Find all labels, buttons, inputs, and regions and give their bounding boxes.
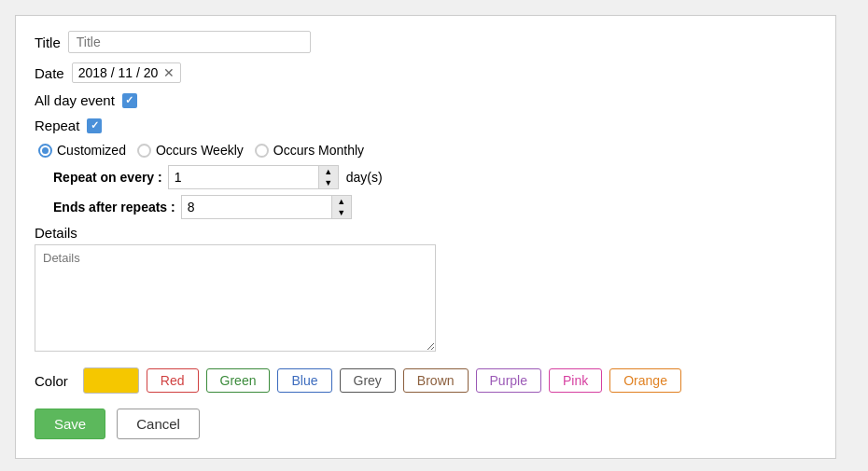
ends-after-spinner: ▲ ▼ (331, 196, 351, 218)
repeat-every-input-wrap: ▲ ▼ (168, 165, 339, 189)
radio-monthly[interactable]: Occurs Monthly (255, 143, 364, 158)
color-btn-green[interactable]: Green (206, 368, 271, 393)
repeat-every-label: Repeat on every : (53, 170, 162, 185)
color-btn-blue[interactable]: Blue (277, 368, 331, 393)
radio-monthly-btn[interactable] (255, 144, 269, 158)
date-box[interactable]: 2018 / 11 / 20 ✕ (72, 62, 182, 83)
radio-weekly[interactable]: Occurs Weekly (137, 143, 244, 158)
title-input[interactable] (68, 31, 311, 53)
date-value: 2018 / 11 / 20 (78, 65, 159, 80)
repeat-options: Customized Occurs Weekly Occurs Monthly (38, 143, 817, 158)
color-btn-purple[interactable]: Purple (476, 368, 541, 393)
repeat-row: Repeat (35, 118, 817, 133)
color-swatch[interactable] (83, 367, 139, 394)
date-label: Date (35, 65, 64, 81)
ends-after-input-wrap: ▲ ▼ (181, 195, 352, 219)
ends-after-down[interactable]: ▼ (332, 207, 351, 218)
repeat-checkbox[interactable] (87, 118, 102, 133)
all-day-row: All day event (35, 92, 817, 108)
details-label: Details (35, 225, 817, 241)
title-label: Title (35, 35, 61, 50)
color-btn-red[interactable]: Red (147, 368, 199, 393)
ends-after-label: Ends after repeats : (53, 200, 175, 215)
event-form: Title Date 2018 / 11 / 20 ✕ All day even… (15, 15, 836, 459)
color-btn-grey[interactable]: Grey (340, 368, 396, 393)
date-clear-button[interactable]: ✕ (163, 66, 175, 79)
day-label: day(s) (346, 170, 383, 185)
radio-customized-label: Customized (57, 143, 126, 158)
details-section: Details (35, 225, 817, 354)
color-btn-orange[interactable]: Orange (609, 368, 681, 393)
cancel-button[interactable]: Cancel (117, 409, 200, 439)
repeat-every-row: Repeat on every : ▲ ▼ day(s) (53, 165, 817, 189)
repeat-every-up[interactable]: ▲ (319, 166, 338, 177)
repeat-every-input[interactable] (169, 168, 318, 187)
repeat-every-spinner: ▲ ▼ (318, 166, 338, 188)
title-row: Title (35, 31, 817, 53)
radio-weekly-label: Occurs Weekly (156, 143, 244, 158)
ends-after-up[interactable]: ▲ (332, 196, 351, 207)
radio-weekly-btn[interactable] (137, 144, 151, 158)
repeat-label: Repeat (35, 118, 79, 133)
details-textarea[interactable] (35, 244, 436, 352)
repeat-every-down[interactable]: ▼ (319, 177, 338, 188)
radio-customized-btn[interactable] (38, 144, 52, 158)
color-row: Color Red Green Blue Grey Brown Purple P… (35, 367, 817, 394)
all-day-checkbox[interactable] (122, 93, 137, 108)
color-btn-pink[interactable]: Pink (549, 368, 602, 393)
save-button[interactable]: Save (35, 409, 105, 439)
ends-after-row: Ends after repeats : ▲ ▼ (53, 195, 817, 219)
color-label: Color (35, 373, 68, 389)
date-row: Date 2018 / 11 / 20 ✕ (35, 62, 817, 83)
ends-after-input[interactable] (182, 198, 331, 216)
radio-customized[interactable]: Customized (38, 143, 126, 158)
action-row: Save Cancel (35, 409, 817, 439)
all-day-label: All day event (35, 92, 115, 108)
color-btn-brown[interactable]: Brown (403, 368, 469, 393)
radio-monthly-label: Occurs Monthly (273, 143, 364, 158)
